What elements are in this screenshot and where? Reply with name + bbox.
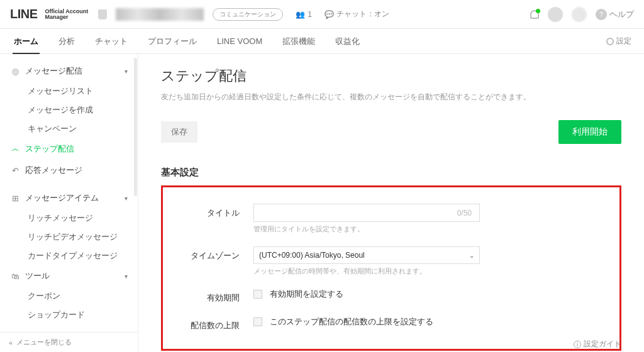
friends-count[interactable]: 👥 1: [296, 10, 312, 19]
tools-icon: 🛍: [10, 272, 20, 281]
chat-status[interactable]: 💬 チャット：オン: [325, 9, 389, 19]
sidebar-group-tools[interactable]: 🛍 ツール ▾: [6, 265, 131, 287]
chat-icon: 💬: [325, 10, 334, 19]
tab-chat[interactable]: チャット: [94, 29, 129, 54]
chevron-down-icon: ⌄: [469, 252, 474, 259]
page-title: ステップ配信: [161, 67, 621, 85]
content: ステップ配信 友だち追加日からの経過日数や設定した条件に応じて、複数のメッセージ…: [138, 54, 644, 352]
shield-icon: [98, 9, 107, 19]
title-input[interactable]: [253, 204, 480, 222]
broadcast-icon: ◎: [10, 67, 20, 76]
send-limit-checkbox-label: このステップ配信の配信数の上限を設定する: [270, 317, 433, 326]
sidebar-item-step[interactable]: ෴ ステップ配信: [6, 138, 131, 160]
send-limit-checkbox[interactable]: [253, 317, 262, 326]
settings-link[interactable]: 設定: [606, 36, 631, 47]
title-counter: 0/50: [457, 209, 472, 217]
collapse-icon: «: [9, 339, 13, 346]
tab-linevoom[interactable]: LINE VOOM: [216, 30, 264, 53]
timezone-select[interactable]: (UTC+09:00) Asia/Tokyo, Seoul ⌄: [253, 246, 480, 264]
sidebar: ◎ メッセージ配信 ▾ メッセージリスト メッセージを作成 キャンペーン ෴ ス…: [0, 54, 138, 352]
gear-icon: [606, 38, 614, 45]
tab-profile[interactable]: プロフィール: [147, 29, 198, 54]
account-name-blurred: [116, 8, 204, 21]
timezone-hint: メッセージ配信の時間帯や、有効期間に利用されます。: [253, 267, 604, 276]
section-basic-heading: 基本設定: [161, 167, 621, 179]
sidebar-item-shopcard[interactable]: ショップカード: [6, 305, 131, 324]
label-send-limit: 配信数の上限: [178, 316, 253, 331]
sidebar-item-coupon[interactable]: クーポン: [6, 287, 131, 305]
question-icon: ?: [596, 9, 607, 20]
sidebar-collapse[interactable]: « メニューを閉じる: [0, 332, 138, 352]
start-button[interactable]: 利用開始: [558, 120, 621, 144]
label-valid-period: 有効期間: [178, 289, 253, 304]
step-icon: ෴: [10, 144, 20, 154]
save-button[interactable]: 保存: [161, 121, 197, 143]
sidebar-item-rich[interactable]: リッチメッセージ: [6, 209, 131, 228]
sidebar-group-broadcast[interactable]: ◎ メッセージ配信 ▾: [6, 60, 131, 82]
sidebar-item-compose[interactable]: メッセージを作成: [6, 101, 131, 119]
account-avatar[interactable]: [572, 7, 587, 22]
sidebar-item-autoreply[interactable]: ↶ 応答メッセージ: [6, 160, 131, 181]
sidebar-item-card[interactable]: カードタイプメッセージ: [6, 246, 131, 265]
info-icon: i: [574, 341, 581, 348]
tab-monetize[interactable]: 収益化: [334, 29, 361, 54]
tab-extensions[interactable]: 拡張機能: [281, 29, 316, 54]
chevron-down-icon: ▾: [125, 273, 128, 280]
valid-period-checkbox-label: 有効期間を設定する: [270, 289, 343, 299]
help-link[interactable]: ? ヘルプ: [596, 9, 634, 20]
logo-subtitle: Official Account Manager: [45, 9, 89, 20]
friends-icon: 👥: [296, 10, 305, 19]
avatar[interactable]: [548, 7, 563, 22]
reply-icon: ↶: [10, 166, 20, 175]
sidebar-item-message-list[interactable]: メッセージリスト: [6, 82, 131, 101]
plan-tag: コミュニケーション: [213, 8, 283, 21]
chevron-down-icon: ▾: [125, 195, 128, 202]
bell-icon[interactable]: [530, 10, 539, 19]
main-nav: ホーム 分析 チャット プロフィール LINE VOOM 拡張機能 収益化 設定: [0, 29, 644, 54]
label-timezone: タイムゾーン: [178, 246, 253, 261]
settings-guide-link[interactable]: i 設定ガイド: [574, 339, 621, 349]
logo: LINE: [10, 7, 38, 21]
sidebar-group-items[interactable]: ⊞ メッセージアイテム ▾: [6, 187, 131, 209]
tab-home[interactable]: ホーム: [13, 29, 40, 54]
sidebar-item-campaign[interactable]: キャンペーン: [6, 119, 131, 138]
tab-analytics[interactable]: 分析: [57, 29, 76, 54]
chevron-down-icon: ▾: [125, 68, 128, 75]
label-title: タイトル: [178, 204, 253, 219]
plus-box-icon: ⊞: [10, 194, 20, 203]
title-hint: 管理用にタイトルを設定できます。: [253, 224, 604, 234]
page-description: 友だち追加日からの経過日数や設定した条件に応じて、複数のメッセージを自動で配信す…: [161, 92, 621, 102]
sidebar-item-richvideo[interactable]: リッチビデオメッセージ: [6, 228, 131, 246]
highlight-basic-settings: タイトル 0/50 管理用にタイトルを設定できます。 タイムゾーン (UTC+0…: [161, 185, 621, 351]
valid-period-checkbox[interactable]: [253, 290, 262, 299]
